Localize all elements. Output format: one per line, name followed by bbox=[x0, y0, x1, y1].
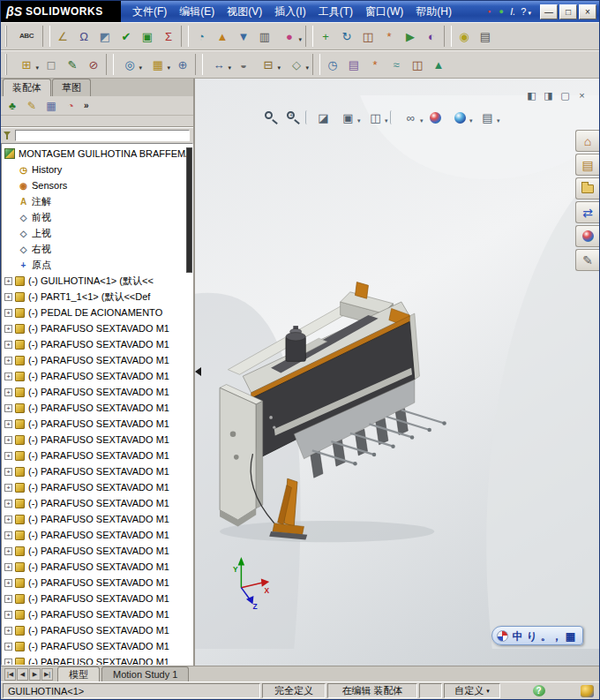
expander-icon[interactable]: + bbox=[4, 309, 12, 317]
expander-icon[interactable]: + bbox=[4, 357, 12, 365]
no-external-ref-icon[interactable]: ⊘ bbox=[83, 54, 104, 75]
move-rotate-icon[interactable]: ↔ bbox=[205, 54, 233, 75]
expander-icon[interactable]: + bbox=[4, 388, 12, 396]
tab-sketch[interactable]: 草图 bbox=[52, 79, 91, 96]
component-row[interactable]: + (-) PEDAL DE ACIONAMENTO bbox=[2, 305, 192, 320]
toolbar-icon[interactable] bbox=[181, 26, 189, 47]
section-properties-icon[interactable]: ◩ bbox=[94, 26, 116, 47]
component-row[interactable]: + (-) PARAFUSO SEXTAVADO M1 bbox=[2, 463, 192, 479]
component-row[interactable]: + (-) PARAFUSO SEXTAVADO M1 bbox=[2, 591, 192, 606]
help-menu-button[interactable]: ? bbox=[518, 6, 534, 17]
toolbar-grip[interactable] bbox=[5, 54, 10, 75]
assembly-features-icon[interactable]: ⊟ bbox=[254, 54, 282, 75]
appearances-scenes-icon[interactable] bbox=[575, 225, 599, 247]
hide-show-component-icon[interactable]: ◻ bbox=[41, 54, 62, 75]
close-doc-icon[interactable]: × bbox=[575, 89, 589, 102]
toolbar-icon[interactable] bbox=[42, 26, 50, 47]
component-row[interactable]: + (-) PARAFUSO SEXTAVADO M1 bbox=[2, 559, 192, 575]
pane-left-icon[interactable]: ◧ bbox=[525, 89, 538, 102]
ime-pen-icon[interactable]: り bbox=[526, 628, 536, 644]
menu-item[interactable]: 插入(I) bbox=[268, 2, 311, 22]
solidworks-resources-icon[interactable]: ⌂ bbox=[575, 130, 599, 152]
expander-icon[interactable]: + bbox=[4, 436, 12, 444]
exploded-view-icon[interactable]: * bbox=[379, 26, 400, 47]
design-library-icon[interactable]: ▤ bbox=[575, 154, 599, 176]
component-row[interactable]: + (-) PARAFUSO SEXTAVADO M1 bbox=[2, 575, 192, 591]
display-manager-icon[interactable]: ◔ bbox=[61, 97, 80, 114]
top-plane[interactable]: ◇ 上视 bbox=[2, 225, 192, 241]
menu-item[interactable]: 编辑(E) bbox=[173, 2, 221, 22]
featuremanager-tree-icon[interactable]: ♣ bbox=[3, 97, 22, 114]
close-button[interactable]: × bbox=[579, 4, 596, 19]
expander-icon[interactable]: + bbox=[4, 484, 12, 492]
edit-appearance-icon[interactable]: ● bbox=[275, 26, 304, 47]
expander-icon[interactable]: + bbox=[4, 516, 12, 523]
component-row[interactable]: + (-) PARAFUSO SEXTAVADO M1 bbox=[2, 479, 192, 495]
component-row[interactable]: + (-) PARAFUSO SEXTAVADO M1 bbox=[2, 654, 192, 666]
annotations-folder[interactable]: A 注解 bbox=[2, 193, 192, 209]
component-row[interactable]: + (-) PARAFUSO SEXTAVADO M1 bbox=[2, 320, 192, 336]
motion-icon[interactable]: ◐ bbox=[421, 26, 442, 47]
hide-show-items-icon[interactable]: ∞ bbox=[398, 109, 423, 126]
check-entity-icon[interactable]: ✔ bbox=[116, 26, 137, 47]
custom-properties-icon[interactable]: ✎ bbox=[575, 249, 599, 271]
expander-icon[interactable]: + bbox=[4, 468, 12, 476]
equations-icon[interactable]: Σ bbox=[158, 26, 179, 47]
tab-assembly[interactable]: 装配体 bbox=[3, 79, 51, 96]
design-checker-icon[interactable]: ▣ bbox=[137, 26, 158, 47]
mate-icon[interactable]: ◎ bbox=[116, 54, 144, 75]
toolbar-icon[interactable] bbox=[312, 54, 320, 75]
menu-item[interactable]: 文件(F) bbox=[126, 2, 173, 22]
exploded-view-assembly-icon[interactable]: * bbox=[364, 54, 386, 75]
edit-appearance-hud-icon[interactable] bbox=[425, 109, 445, 126]
hud-icon[interactable] bbox=[390, 110, 395, 124]
ime-logo-icon[interactable] bbox=[497, 630, 508, 642]
component-row[interactable]: + (-) PARAFUSO SEXTAVADO M1 bbox=[2, 638, 192, 654]
component-row[interactable]: + (-) PARAFUSO SEXTAVADO M1 bbox=[2, 527, 192, 543]
move-component-icon[interactable]: + bbox=[315, 26, 336, 47]
expander-icon[interactable]: + bbox=[4, 500, 12, 508]
propertymanager-icon[interactable]: ✎ bbox=[22, 97, 41, 114]
reference-geometry-icon[interactable]: ◇ bbox=[282, 54, 311, 75]
expander-icon[interactable]: + bbox=[4, 531, 12, 539]
expander-icon[interactable]: + bbox=[4, 611, 12, 619]
model-canvas[interactable]: Y X Z bbox=[195, 79, 599, 666]
expander-icon[interactable]: + bbox=[4, 595, 12, 603]
interference-check-icon[interactable]: ◫ bbox=[407, 54, 428, 75]
explode-line-sketch-icon[interactable]: ≈ bbox=[386, 54, 407, 75]
component-row[interactable]: + (-) PARAFUSO SEXTAVADO M1 bbox=[2, 448, 192, 463]
component-row[interactable]: + (-) PARAFUSO SEXTAVADO M1 bbox=[2, 495, 192, 511]
view-orientation-icon[interactable]: ▣ bbox=[335, 109, 360, 126]
assembly-xpert-icon[interactable]: ▲ bbox=[428, 54, 449, 75]
mass-properties-icon[interactable]: Ω bbox=[73, 26, 94, 47]
component-row[interactable]: + (-) PARAFUSO SEXTAVADO M1 bbox=[2, 511, 192, 527]
filter-icon[interactable] bbox=[4, 132, 12, 140]
expander-icon[interactable]: + bbox=[4, 563, 12, 571]
expander-icon[interactable]: + bbox=[4, 627, 12, 635]
component-row[interactable]: + (-) PARAFUSO SEXTAVADO M1 bbox=[2, 622, 192, 638]
tree-scrollbar[interactable] bbox=[186, 147, 192, 273]
tab-scroll-button[interactable]: ▶| bbox=[41, 668, 53, 681]
expander-icon[interactable]: + bbox=[4, 420, 12, 428]
menu-item[interactable]: 工具(T) bbox=[312, 2, 359, 22]
tab-scroll-button[interactable]: ◀ bbox=[17, 668, 28, 681]
component-row[interactable]: + (-) PARAFUSO SEXTAVADO M1 bbox=[2, 368, 192, 384]
tab-motion-study[interactable]: Motion Study 1 bbox=[101, 666, 189, 681]
view-palette-icon[interactable]: ⇄ bbox=[575, 201, 599, 223]
ime-mode-chinese[interactable]: 中 bbox=[512, 628, 522, 644]
curvature-icon[interactable]: ◔ bbox=[191, 26, 212, 47]
menu-item[interactable]: 视图(V) bbox=[221, 2, 268, 22]
spell-checker-icon[interactable]: ABC bbox=[12, 26, 41, 47]
restore-button[interactable]: □ bbox=[559, 4, 577, 19]
menu-item[interactable]: 帮助(H) bbox=[409, 2, 458, 22]
view-settings-icon[interactable]: ▤ bbox=[475, 109, 499, 126]
panel-overflow-button[interactable]: » bbox=[84, 101, 89, 110]
filter-field[interactable] bbox=[15, 130, 190, 141]
front-plane[interactable]: ◇ 前视 bbox=[2, 209, 192, 225]
expander-icon[interactable]: + bbox=[4, 293, 12, 301]
insert-component-icon[interactable]: ⊞ bbox=[12, 54, 41, 75]
ime-softkeyboard-icon[interactable]: ▦ bbox=[566, 628, 575, 644]
configuration-manager-icon[interactable]: ▦ bbox=[41, 97, 61, 114]
hud-icon[interactable] bbox=[305, 110, 311, 124]
menu-item[interactable]: 窗口(W) bbox=[359, 2, 409, 22]
